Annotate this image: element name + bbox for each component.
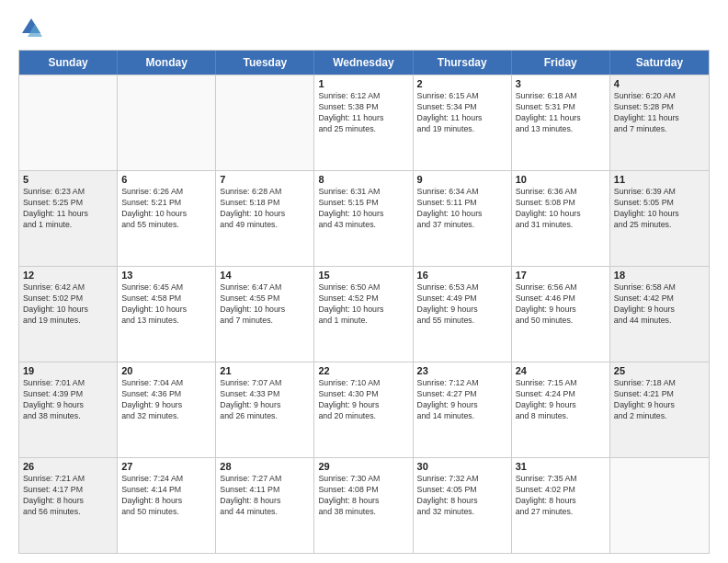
weekday-header-thursday: Thursday <box>414 51 512 75</box>
day-cell-19: 19Sunrise: 7:01 AM Sunset: 4:39 PM Dayli… <box>19 362 118 457</box>
day-cell-11: 11Sunrise: 6:39 AM Sunset: 5:05 PM Dayli… <box>610 171 709 266</box>
day-number: 20 <box>121 365 211 376</box>
day-number: 9 <box>417 174 507 185</box>
day-cell-13: 13Sunrise: 6:45 AM Sunset: 4:58 PM Dayli… <box>118 267 216 362</box>
day-info: Sunrise: 6:42 AM Sunset: 5:02 PM Dayligh… <box>23 282 113 327</box>
day-number: 15 <box>318 270 408 281</box>
day-number: 3 <box>516 78 606 89</box>
calendar-body: 1Sunrise: 6:12 AM Sunset: 5:38 PM Daylig… <box>19 75 709 553</box>
logo-icon <box>18 15 44 40</box>
day-info: Sunrise: 6:20 AM Sunset: 5:28 PM Dayligh… <box>614 91 705 135</box>
day-cell-3: 3Sunrise: 6:18 AM Sunset: 5:31 PM Daylig… <box>512 75 610 170</box>
day-number: 2 <box>417 78 507 89</box>
calendar-row-3: 19Sunrise: 7:01 AM Sunset: 4:39 PM Dayli… <box>19 362 709 457</box>
day-cell-6: 6Sunrise: 6:26 AM Sunset: 5:21 PM Daylig… <box>118 171 216 266</box>
day-cell-8: 8Sunrise: 6:31 AM Sunset: 5:15 PM Daylig… <box>314 171 413 266</box>
day-cell-18: 18Sunrise: 6:58 AM Sunset: 4:42 PM Dayli… <box>610 267 709 362</box>
day-number: 27 <box>121 461 211 472</box>
calendar-row-0: 1Sunrise: 6:12 AM Sunset: 5:38 PM Daylig… <box>19 75 709 170</box>
day-info: Sunrise: 6:50 AM Sunset: 4:52 PM Dayligh… <box>318 282 408 327</box>
day-number: 24 <box>516 365 606 376</box>
day-info: Sunrise: 6:39 AM Sunset: 5:05 PM Dayligh… <box>614 187 705 231</box>
day-number: 21 <box>220 365 310 376</box>
day-cell-21: 21Sunrise: 7:07 AM Sunset: 4:33 PM Dayli… <box>216 362 314 457</box>
day-cell-4: 4Sunrise: 6:20 AM Sunset: 5:28 PM Daylig… <box>610 75 709 170</box>
day-info: Sunrise: 6:47 AM Sunset: 4:55 PM Dayligh… <box>220 282 310 327</box>
day-cell-24: 24Sunrise: 7:15 AM Sunset: 4:24 PM Dayli… <box>512 362 610 457</box>
day-info: Sunrise: 7:30 AM Sunset: 4:08 PM Dayligh… <box>318 474 408 518</box>
weekday-header-wednesday: Wednesday <box>314 51 413 75</box>
day-number: 18 <box>614 270 705 281</box>
day-number: 22 <box>318 365 408 376</box>
calendar-row-2: 12Sunrise: 6:42 AM Sunset: 5:02 PM Dayli… <box>19 266 709 362</box>
weekday-header-sunday: Sunday <box>19 51 118 75</box>
day-number: 25 <box>614 365 705 376</box>
weekday-header-tuesday: Tuesday <box>216 51 314 75</box>
day-cell-15: 15Sunrise: 6:50 AM Sunset: 4:52 PM Dayli… <box>314 267 413 362</box>
day-info: Sunrise: 7:15 AM Sunset: 4:24 PM Dayligh… <box>516 378 606 422</box>
weekday-header-saturday: Saturday <box>610 51 709 75</box>
day-number: 8 <box>318 174 408 185</box>
day-number: 23 <box>417 365 507 376</box>
empty-cell-0-2 <box>216 75 314 170</box>
day-cell-7: 7Sunrise: 6:28 AM Sunset: 5:18 PM Daylig… <box>216 171 314 266</box>
day-info: Sunrise: 6:12 AM Sunset: 5:38 PM Dayligh… <box>318 91 408 135</box>
day-info: Sunrise: 6:58 AM Sunset: 4:42 PM Dayligh… <box>614 282 705 327</box>
day-info: Sunrise: 7:35 AM Sunset: 4:02 PM Dayligh… <box>516 474 606 518</box>
logo <box>18 15 48 40</box>
day-number: 30 <box>417 461 507 472</box>
day-cell-23: 23Sunrise: 7:12 AM Sunset: 4:27 PM Dayli… <box>414 362 512 457</box>
day-number: 4 <box>614 78 705 89</box>
day-cell-30: 30Sunrise: 7:32 AM Sunset: 4:05 PM Dayli… <box>414 458 512 553</box>
day-info: Sunrise: 7:01 AM Sunset: 4:39 PM Dayligh… <box>23 378 113 422</box>
day-number: 26 <box>23 461 113 472</box>
day-info: Sunrise: 6:34 AM Sunset: 5:11 PM Dayligh… <box>417 187 507 231</box>
day-info: Sunrise: 7:12 AM Sunset: 4:27 PM Dayligh… <box>417 378 507 422</box>
day-number: 5 <box>23 174 113 185</box>
day-number: 28 <box>220 461 310 472</box>
day-number: 19 <box>23 365 113 376</box>
day-info: Sunrise: 7:24 AM Sunset: 4:14 PM Dayligh… <box>121 474 211 518</box>
day-cell-22: 22Sunrise: 7:10 AM Sunset: 4:30 PM Dayli… <box>314 362 413 457</box>
day-number: 6 <box>121 174 211 185</box>
day-cell-12: 12Sunrise: 6:42 AM Sunset: 5:02 PM Dayli… <box>19 267 118 362</box>
calendar-row-4: 26Sunrise: 7:21 AM Sunset: 4:17 PM Dayli… <box>19 457 709 553</box>
day-info: Sunrise: 6:56 AM Sunset: 4:46 PM Dayligh… <box>516 282 606 327</box>
page: SundayMondayTuesdayWednesdayThursdayFrid… <box>0 0 728 563</box>
day-cell-26: 26Sunrise: 7:21 AM Sunset: 4:17 PM Dayli… <box>19 458 118 553</box>
day-info: Sunrise: 6:23 AM Sunset: 5:25 PM Dayligh… <box>23 187 113 231</box>
day-info: Sunrise: 6:31 AM Sunset: 5:15 PM Dayligh… <box>318 187 408 231</box>
day-info: Sunrise: 7:04 AM Sunset: 4:36 PM Dayligh… <box>121 378 211 422</box>
day-cell-28: 28Sunrise: 7:27 AM Sunset: 4:11 PM Dayli… <box>216 458 314 553</box>
day-number: 31 <box>516 461 606 472</box>
weekday-header-monday: Monday <box>118 51 216 75</box>
day-number: 12 <box>23 270 113 281</box>
calendar-row-1: 5Sunrise: 6:23 AM Sunset: 5:25 PM Daylig… <box>19 170 709 266</box>
day-number: 11 <box>614 174 705 185</box>
day-cell-14: 14Sunrise: 6:47 AM Sunset: 4:55 PM Dayli… <box>216 267 314 362</box>
calendar: SundayMondayTuesdayWednesdayThursdayFrid… <box>18 50 710 554</box>
empty-cell-0-1 <box>118 75 216 170</box>
day-number: 10 <box>516 174 606 185</box>
day-number: 13 <box>121 270 211 281</box>
day-number: 7 <box>220 174 310 185</box>
day-cell-29: 29Sunrise: 7:30 AM Sunset: 4:08 PM Dayli… <box>314 458 413 553</box>
day-cell-1: 1Sunrise: 6:12 AM Sunset: 5:38 PM Daylig… <box>314 75 413 170</box>
header <box>18 15 710 40</box>
day-cell-31: 31Sunrise: 7:35 AM Sunset: 4:02 PM Dayli… <box>512 458 610 553</box>
day-number: 17 <box>516 270 606 281</box>
empty-cell-4-6 <box>610 458 709 553</box>
day-cell-20: 20Sunrise: 7:04 AM Sunset: 4:36 PM Dayli… <box>118 362 216 457</box>
day-info: Sunrise: 7:27 AM Sunset: 4:11 PM Dayligh… <box>220 474 310 518</box>
day-cell-2: 2Sunrise: 6:15 AM Sunset: 5:34 PM Daylig… <box>414 75 512 170</box>
day-cell-16: 16Sunrise: 6:53 AM Sunset: 4:49 PM Dayli… <box>414 267 512 362</box>
day-cell-25: 25Sunrise: 7:18 AM Sunset: 4:21 PM Dayli… <box>610 362 709 457</box>
day-cell-17: 17Sunrise: 6:56 AM Sunset: 4:46 PM Dayli… <box>512 267 610 362</box>
day-cell-27: 27Sunrise: 7:24 AM Sunset: 4:14 PM Dayli… <box>118 458 216 553</box>
day-info: Sunrise: 6:45 AM Sunset: 4:58 PM Dayligh… <box>121 282 211 327</box>
day-number: 14 <box>220 270 310 281</box>
day-info: Sunrise: 6:36 AM Sunset: 5:08 PM Dayligh… <box>516 187 606 231</box>
day-info: Sunrise: 7:07 AM Sunset: 4:33 PM Dayligh… <box>220 378 310 422</box>
calendar-header: SundayMondayTuesdayWednesdayThursdayFrid… <box>19 51 709 75</box>
day-info: Sunrise: 6:18 AM Sunset: 5:31 PM Dayligh… <box>516 91 606 135</box>
